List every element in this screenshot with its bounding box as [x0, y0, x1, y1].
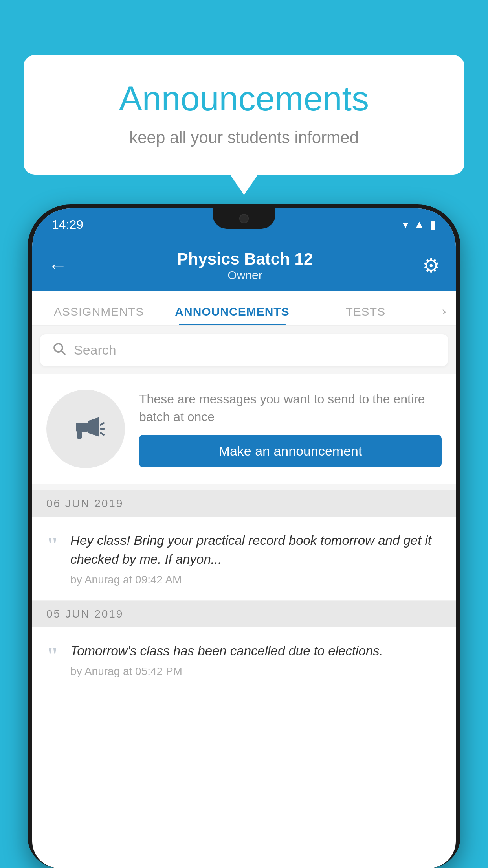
settings-icon[interactable]: ⚙	[422, 254, 440, 277]
speech-bubble-subtitle: keep all your students informed	[55, 128, 433, 147]
svg-marker-2	[88, 417, 99, 437]
svg-line-5	[101, 423, 104, 425]
tab-announcements[interactable]: ANNOUNCEMENTS	[165, 305, 299, 326]
announcement-text-2: Tomorrow's class has been cancelled due …	[70, 642, 442, 660]
speech-bubble-title: Announcements	[55, 79, 433, 119]
phone-screen: 14:29 ▾ ▲ ▮ ← Physics Batch 12 Owner ⚙ A…	[32, 208, 456, 868]
promo-icon-circle	[46, 390, 125, 468]
announcement-text-1: Hey class! Bring your practical record b…	[70, 531, 442, 569]
tab-tests[interactable]: TESTS	[299, 305, 432, 326]
announcement-meta-1: by Anurag at 09:42 AM	[70, 574, 442, 586]
back-button[interactable]: ←	[48, 254, 68, 277]
svg-line-7	[101, 433, 104, 435]
tab-more[interactable]: ›	[432, 304, 456, 326]
search-icon	[52, 341, 66, 359]
date-divider-1: 06 JUN 2019	[32, 490, 456, 517]
content-area: Search These are me	[32, 326, 456, 692]
camera-dot	[239, 214, 249, 223]
svg-line-1	[62, 351, 65, 354]
date-divider-2: 05 JUN 2019	[32, 601, 456, 627]
announcement-meta-2: by Anurag at 05:42 PM	[70, 665, 442, 678]
search-bar[interactable]: Search	[40, 334, 448, 366]
svg-rect-4	[77, 432, 82, 439]
phone-frame: 14:29 ▾ ▲ ▮ ← Physics Batch 12 Owner ⚙ A…	[28, 204, 460, 868]
app-header: ← Physics Batch 12 Owner ⚙	[32, 241, 456, 291]
battery-icon: ▮	[430, 218, 436, 231]
tabs-bar: ASSIGNMENTS ANNOUNCEMENTS TESTS ›	[32, 291, 456, 326]
header-title: Physics Batch 12	[177, 250, 313, 268]
status-time: 14:29	[52, 217, 83, 232]
search-placeholder: Search	[74, 342, 116, 358]
quote-icon-1: "	[46, 534, 59, 556]
speech-bubble: Announcements keep all your students inf…	[24, 55, 464, 175]
announcement-item-2[interactable]: " Tomorrow's class has been cancelled du…	[32, 627, 456, 692]
header-center: Physics Batch 12 Owner	[177, 250, 313, 282]
announcement-item-1[interactable]: " Hey class! Bring your practical record…	[32, 517, 456, 601]
notch	[213, 208, 275, 229]
header-subtitle: Owner	[177, 268, 313, 282]
status-bar: 14:29 ▾ ▲ ▮	[32, 208, 456, 241]
speech-bubble-container: Announcements keep all your students inf…	[24, 55, 464, 175]
wifi-icon: ▾	[403, 218, 408, 231]
promo-description: These are messages you want to send to t…	[139, 390, 442, 426]
svg-rect-3	[76, 423, 88, 432]
signal-icon: ▲	[414, 218, 425, 231]
quote-icon-2: "	[46, 645, 59, 667]
announcement-text-block-1: Hey class! Bring your practical record b…	[70, 531, 442, 586]
status-icons: ▾ ▲ ▮	[403, 218, 436, 231]
promo-text-side: These are messages you want to send to t…	[139, 390, 442, 468]
promo-card: These are messages you want to send to t…	[32, 374, 456, 484]
announcement-text-block-2: Tomorrow's class has been cancelled due …	[70, 642, 442, 678]
make-announcement-button[interactable]: Make an announcement	[139, 435, 442, 467]
tab-assignments[interactable]: ASSIGNMENTS	[32, 305, 165, 326]
